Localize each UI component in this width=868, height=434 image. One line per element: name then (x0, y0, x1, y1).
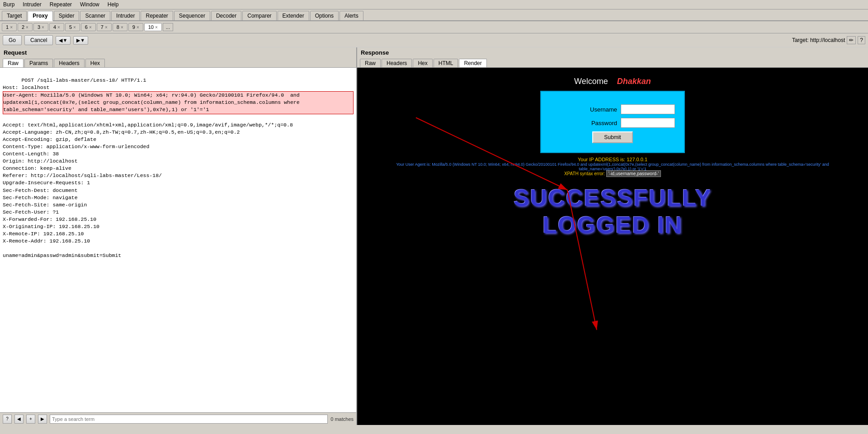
xpath-error-label: XPATH syntax error: (564, 171, 605, 176)
success-message: SUCCESSFULLY LOGGED IN (357, 184, 868, 238)
tab-extender[interactable]: Extender (278, 11, 309, 20)
response-tab-raw[interactable]: Raw (360, 59, 381, 67)
ip-info-section: Your IP ADDRESS is: 127.0.0.1 Your User … (357, 153, 868, 180)
close-tab-10-icon[interactable]: × (155, 25, 158, 30)
number-tab-bar: 1 × 2 × 3 × 4 × 5 × 6 × 7 × 8 × 9 × 10 ×… (0, 21, 868, 33)
welcome-text: Welcome (574, 77, 608, 86)
forward-button[interactable]: ▶ ▼ (73, 36, 88, 45)
response-tab-hex[interactable]: Hex (413, 59, 432, 67)
request-tab-bar: Raw Params Headers Hex (0, 58, 356, 68)
num-tab-5[interactable]: 5 × (65, 23, 80, 31)
username-row: Username (550, 104, 675, 114)
num-tab-7[interactable]: 7 × (97, 23, 112, 31)
success-line2: LOGGED IN (357, 211, 868, 238)
request-normal-content: POST /sqli-labs-master/Less-18/ HTTP/1.1… (3, 77, 146, 90)
num-tab-10[interactable]: 10 × (144, 23, 162, 31)
password-row: Password (550, 118, 675, 128)
response-tab-headers[interactable]: Headers (382, 59, 412, 67)
close-tab-5-icon[interactable]: × (73, 25, 76, 30)
cancel-button[interactable]: Cancel (24, 35, 53, 45)
close-tab-1-icon[interactable]: × (10, 25, 13, 30)
top-tab-bar: Target Proxy Spider Scanner Intruder Rep… (0, 9, 868, 21)
prev-match-btn[interactable]: ◀ (14, 415, 24, 424)
username-display: Dhakkan (617, 77, 651, 86)
password-input[interactable] (621, 118, 675, 128)
success-line1: SUCCESSFULLY (357, 184, 868, 211)
xpath-error-value: '-id,username,password-' (606, 170, 661, 177)
forward-dropdown-icon[interactable]: ▼ (80, 37, 85, 43)
tab-proxy[interactable]: Proxy (28, 11, 52, 21)
menu-repeater[interactable]: Repeater (48, 1, 73, 8)
num-tab-2[interactable]: 2 × (18, 23, 33, 31)
tab-repeater[interactable]: Repeater (141, 11, 173, 20)
forward-arrow-icon: ▶ (76, 37, 80, 43)
menu-intruder[interactable]: Intruder (21, 1, 42, 8)
menu-window[interactable]: Window (79, 1, 101, 8)
request-tab-hex[interactable]: Hex (85, 59, 105, 67)
search-input[interactable] (50, 415, 328, 424)
menu-burp[interactable]: Burp (2, 1, 16, 8)
request-tab-raw[interactable]: Raw (3, 59, 24, 67)
add-btn[interactable]: + (26, 415, 35, 424)
tab-target[interactable]: Target (2, 11, 27, 20)
response-header: Response (357, 47, 868, 58)
username-label: Username (585, 106, 617, 113)
num-tab-more[interactable]: ... (163, 23, 173, 31)
response-render-area: Welcome Dhakkan Username Password Submit (357, 68, 868, 425)
tab-spider[interactable]: Spider (54, 11, 80, 20)
edit-target-icon[interactable]: ✏ (847, 36, 856, 44)
close-tab-8-icon[interactable]: × (121, 25, 123, 30)
tab-intruder[interactable]: Intruder (111, 11, 140, 20)
menu-help[interactable]: Help (106, 1, 120, 8)
response-tab-bar: Raw Headers Hex HTML Render (357, 58, 868, 68)
tab-scanner[interactable]: Scanner (80, 11, 110, 20)
num-tab-3[interactable]: 3 × (33, 23, 48, 31)
next-match-btn[interactable]: ▶ (38, 415, 47, 424)
response-tab-render[interactable]: Render (459, 59, 486, 67)
num-tab-8[interactable]: 8 × (113, 23, 127, 31)
close-tab-6-icon[interactable]: × (89, 25, 92, 30)
tab-options[interactable]: Options (310, 11, 339, 20)
back-dropdown-icon[interactable]: ▼ (62, 37, 67, 43)
request-rest-content: Accept: text/html,application/xhtml+xml,… (3, 122, 293, 259)
response-tab-html[interactable]: HTML (434, 59, 458, 67)
num-tab-9[interactable]: 9 × (128, 23, 143, 31)
tab-comparer[interactable]: Comparer (242, 11, 276, 20)
welcome-title: Welcome Dhakkan (357, 68, 868, 91)
request-tab-headers[interactable]: Headers (54, 59, 84, 67)
toolbar: Go Cancel ◀ ▼ ▶ ▼ Target: http://localho… (0, 33, 868, 47)
back-arrow-icon: ◀ (59, 37, 62, 43)
close-tab-4-icon[interactable]: × (57, 25, 60, 30)
num-tab-6[interactable]: 6 × (81, 23, 96, 31)
tab-alerts[interactable]: Alerts (340, 11, 363, 20)
main-content: Request Raw Params Headers Hex POST /sql… (0, 47, 868, 425)
user-agent-display: Your User Agent is: Mozilla/5.0 (Windows… (361, 162, 864, 171)
request-tab-params[interactable]: Params (24, 59, 53, 67)
close-tab-9-icon[interactable]: × (137, 25, 139, 30)
back-button[interactable]: ◀ ▼ (56, 36, 71, 45)
response-panel: Response Raw Headers Hex HTML Render Wel… (357, 47, 868, 425)
match-count: 0 matches (330, 416, 354, 422)
ip-address: Your IP ADDRESS is: 127.0.0.1 (361, 157, 864, 162)
help-target-icon[interactable]: ? (858, 36, 865, 44)
request-content-area[interactable]: POST /sqli-labs-master/Less-18/ HTTP/1.1… (0, 68, 356, 412)
submit-button[interactable]: Submit (592, 131, 632, 143)
go-button[interactable]: Go (3, 35, 22, 45)
target-label: Target: http://localhost (792, 37, 845, 43)
num-tab-4[interactable]: 4 × (49, 23, 64, 31)
close-tab-3-icon[interactable]: × (42, 25, 44, 30)
request-bottom-bar: ? ◀ + ▶ 0 matches (0, 412, 356, 425)
welcome-area: Welcome Dhakkan Username Password Submit (357, 68, 868, 425)
username-input[interactable] (621, 104, 675, 114)
help-icon-btn[interactable]: ? (3, 415, 12, 424)
close-tab-7-icon[interactable]: × (105, 25, 108, 30)
close-tab-2-icon[interactable]: × (26, 25, 28, 30)
request-panel: Request Raw Params Headers Hex POST /sql… (0, 47, 357, 425)
num-tab-1[interactable]: 1 × (2, 23, 17, 31)
tab-decoder[interactable]: Decoder (211, 11, 241, 20)
menu-bar: Burp Intruder Repeater Window Help (0, 0, 868, 9)
password-label: Password (585, 120, 617, 126)
request-header: Request (0, 47, 356, 58)
request-highlighted-line: User-Agent: Mozilla/5.0 (Windows NT 10.0… (3, 91, 354, 114)
tab-sequencer[interactable]: Sequencer (174, 11, 210, 20)
